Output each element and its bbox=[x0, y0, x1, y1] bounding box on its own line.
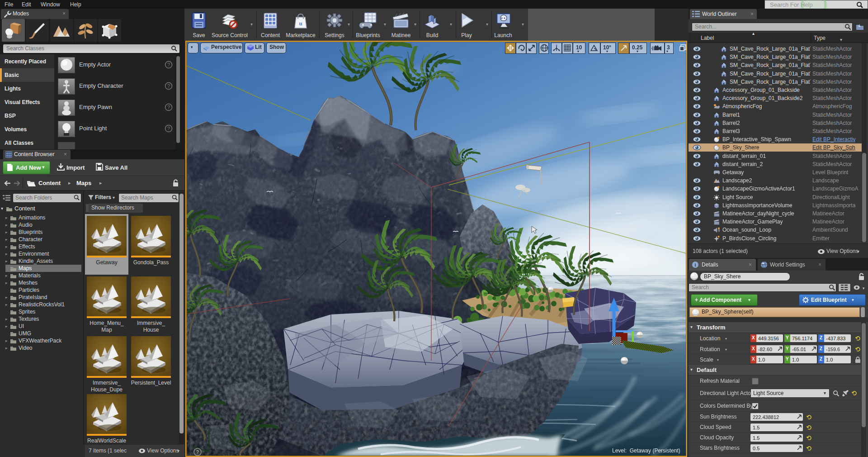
svg-text:?: ? bbox=[167, 83, 170, 89]
svg-text:Z: Z bbox=[205, 427, 208, 433]
svg-text:?: ? bbox=[167, 126, 170, 131]
svg-text:u: u bbox=[299, 20, 302, 27]
svg-text:i: i bbox=[694, 262, 696, 267]
svg-text:?: ? bbox=[167, 105, 170, 110]
svg-text:?: ? bbox=[196, 449, 199, 455]
svg-text:+: + bbox=[858, 24, 861, 29]
svg-text:?: ? bbox=[167, 62, 170, 67]
svg-text:Y: Y bbox=[197, 440, 201, 445]
